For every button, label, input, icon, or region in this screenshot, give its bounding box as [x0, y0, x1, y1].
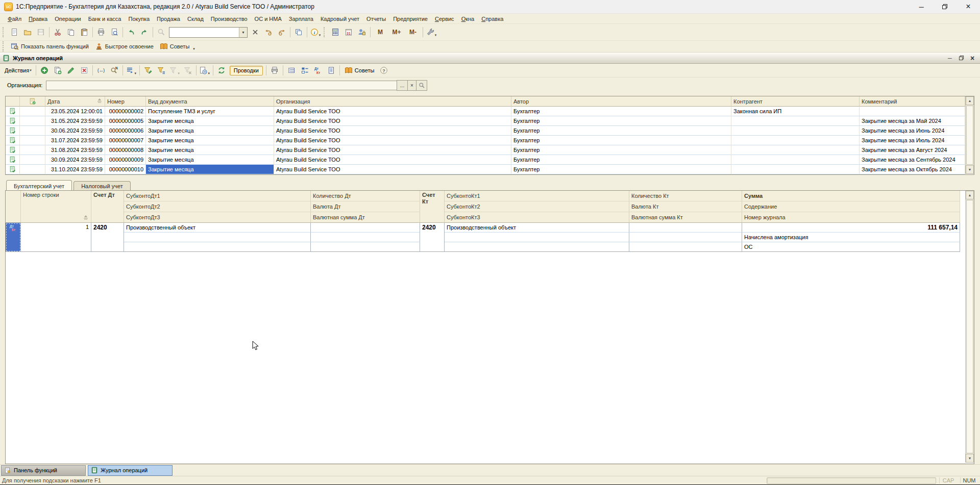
journal-cell-org[interactable]: Atyrau Build Service ТОО — [274, 116, 511, 126]
entries-header-marker[interactable] — [6, 191, 21, 223]
entries-header-qty-dt[interactable]: Количество Дт — [311, 191, 420, 201]
entries-scroll-up-button[interactable]: ▲ — [966, 191, 974, 199]
edit-row-button[interactable] — [64, 64, 78, 76]
journal-row-icon-cell[interactable] — [6, 155, 20, 165]
entries-scroll-down-button[interactable]: ▼ — [966, 454, 974, 463]
journal-scrollbar[interactable]: ▲ ▼ — [965, 96, 974, 174]
journal-cell-number[interactable]: 00000000007 — [105, 136, 146, 145]
journal-cell-org[interactable]: Atyrau Build Service ТОО — [274, 126, 511, 136]
journal-cell-contragent[interactable] — [731, 126, 860, 136]
print-button[interactable] — [94, 26, 108, 38]
entries-header-content[interactable]: Содержание — [742, 201, 960, 212]
journal-cell-org[interactable]: Atyrau Build Service ТОО — [274, 155, 511, 165]
paste-button[interactable] — [78, 26, 91, 38]
journal-cell-contragent[interactable]: Законная сила ИП — [731, 107, 860, 116]
journal-cell-type[interactable]: Закрытие месяца — [146, 145, 274, 155]
menu-item-4[interactable]: Банк и касса — [85, 15, 125, 22]
journal-cell-org[interactable]: Atyrau Build Service ТОО — [274, 145, 511, 155]
journal-cell-date[interactable]: 31.05.2024 23:59:59 — [45, 116, 105, 126]
dt-kt-postings-button[interactable]: ДтКт — [311, 64, 325, 76]
entries-cell-account-kt[interactable]: 2420 — [420, 223, 445, 252]
journal-cell-author[interactable]: Бухгалтер — [511, 145, 731, 155]
entries-header-currency-sum-dt[interactable]: Валютная сумма Дт — [311, 212, 420, 223]
close-button[interactable]: × — [957, 0, 980, 13]
journal-cell-number[interactable]: 00000000002 — [105, 107, 146, 116]
document-structure-button[interactable] — [285, 64, 298, 76]
journal-cell-comment[interactable]: Закрытие месяца за Октябрь 2024 — [860, 165, 965, 174]
tab-accounting[interactable]: Бухгалтерский учет — [6, 180, 72, 190]
minimize-button[interactable]: ─ — [910, 0, 933, 13]
organization-choose-button[interactable]: ... — [397, 80, 408, 91]
calculator-button[interactable] — [329, 26, 342, 38]
go-to-button[interactable]: ▾ — [198, 64, 211, 76]
menu-item-1[interactable]: Файл — [4, 15, 25, 22]
entries-cell-subconto-dt2[interactable] — [124, 233, 311, 242]
filter-history-button[interactable]: ▾ — [168, 64, 181, 76]
scroll-up-button[interactable]: ▲ — [966, 96, 974, 105]
journal-cell-type[interactable]: Закрытие месяца — [146, 155, 274, 165]
find-previous-button[interactable] — [262, 26, 275, 38]
menu-item-13[interactable]: Предприятие — [389, 15, 431, 22]
journal-header-7[interactable]: Комментарий — [860, 96, 965, 107]
entries-cell-subconto-kt2[interactable] — [445, 233, 629, 242]
journal-cell-comment[interactable] — [860, 107, 965, 116]
menu-item-5[interactable]: Покупка — [125, 15, 153, 22]
journal-cell-number[interactable]: 00000000008 — [105, 145, 146, 155]
journal-cell-author[interactable]: Бухгалтер — [511, 126, 731, 136]
child-close-button[interactable]: × — [967, 54, 978, 62]
window-tab-journal[interactable]: Журнал операций — [88, 465, 173, 476]
copy-button[interactable] — [64, 26, 78, 38]
entries-cell-qty-kt[interactable] — [629, 223, 742, 233]
delete-row-button[interactable] — [78, 64, 91, 76]
child-minimize-button[interactable]: ─ — [944, 54, 955, 62]
menu-item-9[interactable]: ОС и НМА — [251, 15, 285, 22]
entries-cell-amount[interactable]: 111 657,14 — [742, 223, 960, 233]
calendar-button[interactable]: 31 — [342, 26, 355, 38]
journal-cell-author[interactable]: Бухгалтер — [511, 155, 731, 165]
journal-cell-contragent[interactable] — [731, 145, 860, 155]
add-row-button[interactable] — [38, 64, 51, 76]
journal-cell-comment[interactable]: Закрытие месяца за Июль 2024 — [860, 136, 965, 145]
print-preview-button[interactable] — [108, 26, 121, 38]
journal-cell-number[interactable]: 00000000010 — [105, 165, 146, 174]
journal-cell-org[interactable]: Atyrau Build Service ТОО — [274, 107, 511, 116]
memory-add-button[interactable]: M+ — [388, 26, 405, 38]
journal-cell-type[interactable]: Закрытие месяца — [146, 136, 274, 145]
journal-cell-date[interactable]: 23.05.2024 12:00:01 — [45, 107, 105, 116]
entries-cell-content[interactable]: Начислена амортизация — [742, 233, 960, 242]
show-function-panel-button[interactable]: Показать панель функций — [8, 41, 92, 52]
menu-item-12[interactable]: Отчеты — [363, 15, 389, 22]
journal-cell-comment[interactable]: Закрытие месяца за Июнь 2024 — [860, 126, 965, 136]
entries-scrollbar[interactable]: ▲ ▼ — [965, 191, 974, 463]
journal-header-6[interactable]: Контрагент — [731, 96, 860, 107]
journal-cell-date[interactable]: 31.10.2024 23:59:59 — [45, 165, 105, 174]
toolbar-overflow-button[interactable]: ▾ — [193, 47, 195, 52]
journal-cell-type[interactable]: Закрытие месяца — [146, 116, 274, 126]
entries-header-subconto-kt2[interactable]: СубконтоКт2 — [445, 201, 629, 212]
journal-report-button[interactable] — [325, 64, 338, 76]
entries-cell-qty-dt[interactable] — [311, 223, 420, 233]
quick-learning-button[interactable]: Быстрое освоение — [92, 41, 157, 52]
postings-toggle[interactable]: Проводки — [230, 66, 263, 75]
journal-posted-cell[interactable] — [20, 145, 45, 155]
tips-button[interactable]: Советы — [341, 65, 377, 75]
entries-header-journal-number[interactable]: Номер журнала — [742, 212, 960, 223]
journal-row-icon-cell[interactable] — [6, 145, 20, 155]
child-restore-button[interactable] — [955, 54, 967, 62]
filter-clear-button[interactable] — [181, 64, 194, 76]
actions-menu-button[interactable]: Действия▾ — [2, 66, 34, 74]
journal-header-3[interactable]: Вид документа — [146, 96, 274, 107]
journal-cell-contragent[interactable] — [731, 136, 860, 145]
entries-cell-subconto-kt1[interactable]: Производственный объект — [445, 223, 629, 233]
tips-button[interactable]: Советы — [157, 41, 192, 52]
journal-cell-author[interactable]: Бухгалтер — [511, 136, 731, 145]
journal-posted-cell[interactable] — [20, 126, 45, 136]
journal-cell-date[interactable]: 31.07.2024 23:59:59 — [45, 136, 105, 145]
help-button[interactable]: ? — [377, 64, 390, 76]
memory-recall-button[interactable]: M — [372, 26, 388, 38]
journal-cell-contragent[interactable] — [731, 165, 860, 174]
entries-header-subconto-kt1[interactable]: СубконтоКт1 — [445, 191, 629, 201]
filter-by-value-button[interactable] — [155, 64, 168, 76]
entries-cell-row-number[interactable]: 1 — [21, 223, 91, 252]
memory-subtract-button[interactable]: M- — [405, 26, 421, 38]
